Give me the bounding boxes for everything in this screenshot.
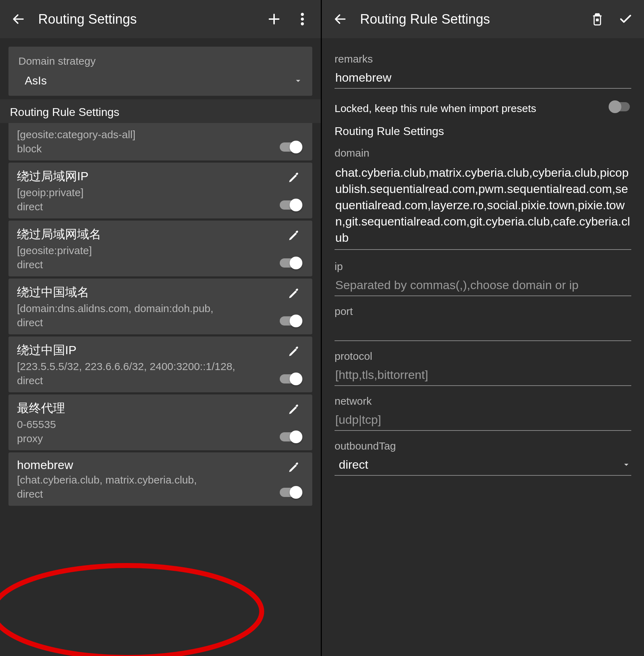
rule-action: direct [17,259,304,271]
pencil-icon [288,345,300,358]
appbar-left: Routing Settings [0,0,321,38]
domain-input[interactable] [335,161,631,250]
locked-toggle[interactable] [610,102,631,115]
pencil-icon [288,461,300,474]
rule-action: proxy [17,433,304,445]
page-title-right: Routing Rule Settings [360,12,578,27]
domain-strategy-label: Domain strategy [18,55,302,67]
domain-label: domain [335,147,631,159]
ip-label: ip [335,260,631,273]
rule-card[interactable]: homebrew[chat.cyberia.club, matrix.cyber… [8,452,312,506]
rule-title: 最终代理 [17,400,304,416]
edit-rule-button[interactable] [285,285,302,302]
rule-section-header: Routing Rule Settings [335,125,631,138]
rule-card[interactable]: 绕过中国域名[domain:dns.alidns.com, domain:doh… [8,279,312,334]
svg-rect-4 [596,19,599,22]
chevron-down-icon [294,77,302,85]
rule-toggle[interactable] [280,372,302,386]
rule-action: direct [17,317,304,329]
rule-toggle[interactable] [280,485,302,499]
rule-action: direct [17,375,304,387]
pencil-icon [288,403,300,416]
outbound-value: direct [335,458,368,472]
rule-action: block [17,143,304,155]
rule-detail: [geosite:category-ads-all] [17,129,304,141]
rule-title: 绕过中国IP [17,342,304,358]
rule-detail: 0-65535 [17,418,304,430]
remarks-input[interactable] [335,67,631,89]
edit-rule-button[interactable] [285,169,302,186]
rule-detail: [chat.cyberia.club, matrix.cyberia.club, [17,474,304,486]
pencil-icon [288,171,300,184]
svg-point-0 [301,13,304,16]
rule-detail: [geoip:private] [17,187,304,199]
arrow-back-icon [11,12,25,26]
rule-toggle[interactable] [280,198,302,212]
domain-strategy-dropdown[interactable]: Domain strategy AsIs [8,47,312,96]
rule-title: 绕过局域网域名 [17,226,304,242]
rule-title: 绕过中国域名 [17,284,304,300]
rule-detail: [223.5.5.5/32, 223.6.6.6/32, 2400:3200::… [17,361,304,373]
rule-card[interactable]: 绕过局域网IP[geoip:private]direct [8,163,312,218]
svg-point-1 [301,18,304,21]
svg-point-2 [301,22,304,25]
rule-action: direct [17,488,304,500]
edit-rule-button[interactable] [285,227,302,244]
locked-label: Locked, keep this rule when import prese… [335,102,606,115]
arrow-back-icon [333,12,347,26]
back-button[interactable] [10,11,27,28]
overflow-menu-button[interactable] [294,11,311,28]
delete-button[interactable] [589,11,606,28]
ip-input[interactable] [335,275,631,296]
routing-rules-header: Routing Rule Settings [0,99,321,123]
pencil-icon [288,229,300,242]
trash-icon [591,12,604,26]
pencil-icon [288,287,300,300]
port-input[interactable] [335,320,631,341]
rule-toggle[interactable] [280,430,302,444]
edit-rule-button[interactable] [285,343,302,360]
edit-rule-button[interactable] [285,401,302,418]
rule-toggle[interactable] [280,314,302,328]
appbar-right: Routing Rule Settings [322,0,644,38]
remarks-label: remarks [335,53,631,65]
rule-title: 绕过局域网IP [17,168,304,184]
outbound-dropdown[interactable]: direct [335,454,631,476]
chevron-down-icon [622,461,631,469]
rule-card[interactable]: 绕过局域网域名[geosite:private]direct [8,221,312,276]
rule-action: direct [17,201,304,213]
rule-toggle[interactable] [280,140,302,154]
edit-rule-button[interactable] [285,459,302,476]
save-button[interactable] [617,11,634,28]
more-vert-icon [300,12,304,26]
page-title-left: Routing Settings [38,12,254,27]
check-icon [618,12,633,26]
rule-detail: [domain:dns.alidns.com, domain:doh.pub, [17,303,304,315]
protocol-input[interactable] [335,364,631,386]
rule-card[interactable]: [geosite:category-ads-all]block [8,123,312,160]
plus-icon [267,12,281,26]
network-label: network [335,395,631,407]
rule-card[interactable]: 绕过中国IP[223.5.5.5/32, 223.6.6.6/32, 2400:… [8,336,312,392]
rule-card[interactable]: 最终代理0-65535proxy [8,394,312,450]
domain-strategy-value: AsIs [25,74,47,87]
network-input[interactable] [335,409,631,431]
rule-detail: [geosite:private] [17,245,304,257]
rule-toggle[interactable] [280,256,302,270]
rule-title: homebrew [17,458,304,472]
port-label: port [335,305,631,317]
back-button-right[interactable] [332,11,349,28]
add-button[interactable] [266,11,283,28]
protocol-label: protocol [335,350,631,362]
outbound-label: outboundTag [335,440,631,452]
